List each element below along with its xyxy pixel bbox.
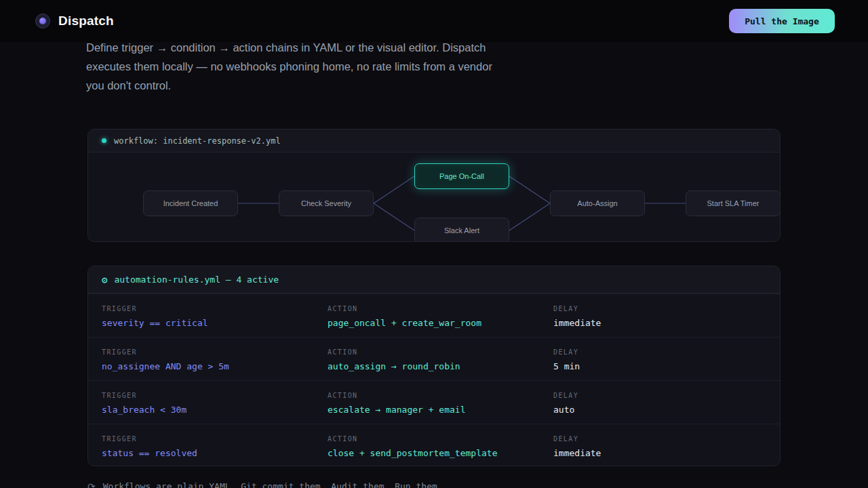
rule-trigger-value: sla_breach < 30m [102,405,328,415]
rule-delay-cell: DELAY 5 min [553,348,780,380]
rule-row: TRIGGER no_assignee AND age > 5m ACTION … [88,337,780,380]
action-column-label: ACTION [328,392,553,399]
trigger-column-label: TRIGGER [102,435,328,443]
hero-paragraph: Define trigger → condition → action chai… [86,38,547,95]
rule-action-cell: ACTION escalate → manager + email [328,392,553,424]
trigger-column-label: TRIGGER [102,305,328,312]
refresh-icon: ⟳ [87,480,96,488]
rule-trigger-value: status == resolved [102,448,328,458]
app-title: Dispatch [58,14,114,28]
action-column-label: ACTION [328,305,553,312]
rule-action-cell: ACTION close + send_postmortem_template [328,435,553,466]
rule-delay-value: 5 min [553,361,780,371]
action-column-label: ACTION [328,435,553,443]
workflow-card: workflow: incident-response-v2.yml Incid… [87,129,781,242]
rule-action-cell: ACTION auto_assign → round_robin [328,348,553,380]
gear-icon: ⚙ [102,275,107,285]
workflow-node-incident-created[interactable]: Incident Created [143,190,238,216]
footer-note-text: Workflows are plain YAML. Git commit the… [103,480,443,488]
brand: Dispatch [35,14,114,28]
rules-card-header: ⚙ automation-rules.yml — 4 active [88,266,780,293]
rule-row: TRIGGER severity == critical ACTION page… [88,293,780,337]
rule-trigger-cell: TRIGGER sla_breach < 30m [102,392,328,424]
trigger-column-label: TRIGGER [102,348,328,356]
delay-column-label: DELAY [553,392,780,399]
workflow-node-slack-alert[interactable]: Slack Alert [414,218,509,242]
automation-rules-card: ⚙ automation-rules.yml — 4 active TRIGGE… [87,266,781,466]
rule-trigger-cell: TRIGGER status == resolved [102,435,328,466]
rule-action-value: page_oncall + create_war_room [328,318,553,328]
rule-trigger-value: no_assignee AND age > 5m [102,361,328,371]
dispatch-logo-icon [35,14,50,28]
rules-card-title: automation-rules.yml — 4 active [114,274,279,285]
rule-action-value: close + send_postmortem_template [328,448,553,458]
action-column-label: ACTION [328,348,553,356]
rule-delay-value: auto [553,405,780,415]
rule-trigger-cell: TRIGGER no_assignee AND age > 5m [102,348,328,380]
rule-row: TRIGGER status == resolved ACTION close … [88,424,780,466]
rule-row: TRIGGER sla_breach < 30m ACTION escalate… [88,380,780,424]
rule-delay-cell: DELAY immediate [553,435,780,466]
rule-delay-value: immediate [553,448,780,458]
workflow-node-page-on-call[interactable]: Page On-Call [414,163,509,189]
workflow-node-start-sla-timer[interactable]: Start SLA Timer [686,190,781,216]
rule-action-value: auto_assign → round_robin [328,361,553,371]
rule-trigger-cell: TRIGGER severity == critical [102,305,328,337]
delay-column-label: DELAY [553,348,780,356]
rule-action-value: escalate → manager + email [328,405,553,415]
rule-delay-value: immediate [553,318,780,328]
delay-column-label: DELAY [553,435,780,443]
rule-delay-cell: DELAY immediate [553,305,780,337]
rule-delay-cell: DELAY auto [553,392,780,424]
footer-note: ⟳ Workflows are plain YAML. Git commit t… [87,480,443,488]
trigger-column-label: TRIGGER [102,392,328,399]
pull-image-button[interactable]: Pull the Image [729,9,835,33]
hero-line-2: executes them locally — no webhooks phon… [86,57,547,76]
navbar: Dispatch Pull the Image [0,0,868,42]
rule-action-cell: ACTION page_oncall + create_war_room [328,305,553,337]
rule-trigger-value: severity == critical [102,318,328,328]
workflow-node-check-severity[interactable]: Check Severity [279,190,374,216]
hero-line-3: you don't control. [86,76,547,95]
delay-column-label: DELAY [553,305,780,312]
workflow-node-auto-assign[interactable]: Auto-Assign [550,190,645,216]
workflow-diagram: Incident Created Check Severity Page On-… [88,129,780,241]
